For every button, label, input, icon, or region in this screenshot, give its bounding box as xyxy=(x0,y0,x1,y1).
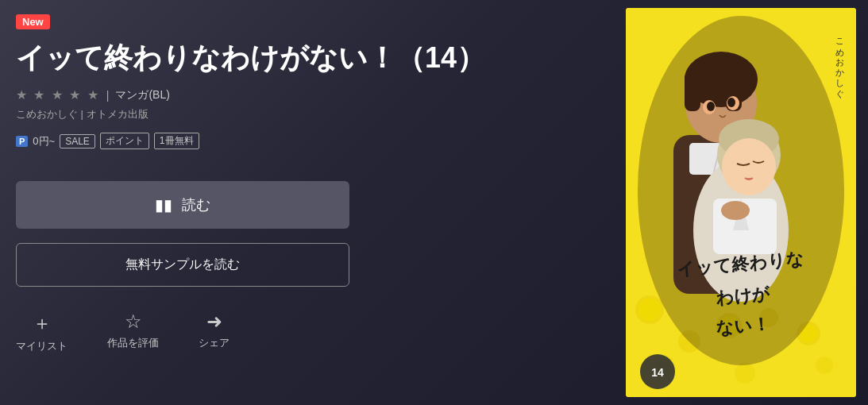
book-open-icon: ▮▮ xyxy=(155,195,172,214)
separator: | xyxy=(106,89,110,102)
free-tag: 1冊無料 xyxy=(154,133,199,149)
share-icon: ➜ xyxy=(206,310,222,333)
left-panel: New イッて終わりなわけがない！（14） ★ ★ ★ ★ ★ | マンガ(BL… xyxy=(0,0,622,405)
new-badge: New xyxy=(16,14,50,29)
stars-row: ★ ★ ★ ★ ★ | マンガ(BL) xyxy=(16,87,598,102)
sample-button-label: 無料サンプルを読む xyxy=(125,256,240,273)
svg-text:14: 14 xyxy=(651,366,664,379)
sample-button[interactable]: 無料サンプルを読む xyxy=(16,243,349,287)
price-tag: 0円~ xyxy=(33,134,55,148)
mylist-action[interactable]: ＋ マイリスト xyxy=(16,310,68,353)
mylist-label: マイリスト xyxy=(16,339,68,353)
cover-illustration: イッて終わりな わけが ない！ こめおかしぐ 14 xyxy=(626,8,856,397)
read-button[interactable]: ▮▮ 読む xyxy=(16,181,349,229)
svg-point-9 xyxy=(638,299,661,321)
share-action[interactable]: ➜ シェア xyxy=(199,310,230,353)
points-icon: P xyxy=(16,136,28,147)
svg-point-20 xyxy=(707,102,715,111)
sale-tag: SALE xyxy=(60,134,95,148)
author-row: こめおかしぐ | オトメカ出版 xyxy=(16,107,598,122)
svg-point-7 xyxy=(735,363,755,384)
star-rating: ★ ★ ★ ★ ★ xyxy=(16,87,100,102)
svg-point-26 xyxy=(722,138,776,195)
bottom-actions: ＋ マイリスト ☆ 作品を評価 ➜ シェア xyxy=(16,310,598,353)
svg-text:こめおかしぐ: こめおかしぐ xyxy=(835,32,845,98)
svg-point-21 xyxy=(727,98,735,107)
svg-rect-16 xyxy=(685,71,700,111)
tags-row: P 0円~ SALE ポイント 1冊無料 xyxy=(16,133,598,149)
svg-point-28 xyxy=(721,201,750,220)
rate-action[interactable]: ☆ 作品を評価 xyxy=(107,310,159,353)
point-tag: ポイント xyxy=(100,133,149,149)
share-label: シェア xyxy=(199,336,230,350)
right-panel: イッて終わりな わけが ない！ こめおかしぐ 14 xyxy=(622,0,868,405)
read-button-label: 読む xyxy=(182,195,210,214)
plus-icon: ＋ xyxy=(33,310,52,336)
svg-point-8 xyxy=(816,357,833,374)
genre-label: マンガ(BL) xyxy=(115,88,169,102)
book-cover: イッて終わりな わけが ない！ こめおかしぐ 14 xyxy=(626,8,856,397)
star-icon: ☆ xyxy=(125,310,142,333)
book-title: イッて終わりなわけがない！（14） xyxy=(16,40,598,75)
rate-label: 作品を評価 xyxy=(107,336,159,350)
